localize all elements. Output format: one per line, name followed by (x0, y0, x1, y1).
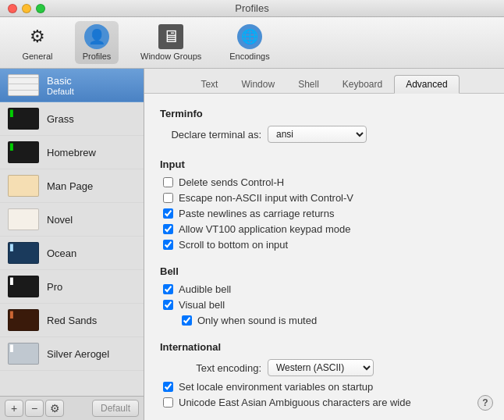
sidebar-thumb-silver-aerogel (8, 343, 39, 365)
sidebar-item-name-pro: Pro (47, 281, 136, 293)
remove-profile-button[interactable]: − (25, 400, 44, 417)
checkbox-allow-vt100[interactable] (163, 224, 173, 234)
profiles-icon: 👤 (84, 24, 109, 49)
checkbox-label-escape-non-ascii: Escape non-ASCII input with Control-V (179, 192, 353, 204)
sidebar-item-name-basic: Basic (47, 75, 136, 87)
sidebar-thumb-man-page (8, 175, 39, 197)
input-checkboxes: Delete sends Control-H Escape non-ASCII … (160, 176, 488, 251)
toolbar-label-profiles: Profiles (83, 52, 112, 61)
international-section-title: International (160, 341, 488, 353)
checkbox-row-allow-vt100: Allow VT100 application keypad mode (160, 223, 488, 235)
tab-advanced[interactable]: Advanced (394, 75, 459, 94)
checkbox-row-visual-bell: Visual bell (160, 299, 488, 311)
declare-terminal-select[interactable]: ansixterm-256colorxterm (268, 126, 367, 143)
toolbar: ⚙ General 👤 Profiles 🖥 Window Groups 🌐 E… (0, 17, 504, 69)
checkbox-row-set-locale: Set locale environment variables on star… (160, 381, 488, 393)
toolbar-label-encodings: Encodings (229, 52, 269, 61)
checkbox-label-unicode-east-asian: Unicode East Asian Ambiguous characters … (179, 397, 411, 408)
maximize-button[interactable] (36, 4, 45, 13)
tab-window[interactable]: Window (229, 75, 286, 94)
sidebar-thumb-grass (8, 108, 39, 130)
sidebar-item-name-grass: Grass (47, 113, 136, 125)
bell-section-title: Bell (160, 265, 488, 277)
terminfo-row: Declare terminal as: ansixterm-256colorx… (160, 126, 488, 143)
bell-checkboxes: Audible bell Visual bell (160, 283, 488, 311)
checkbox-delete-sends-control-h[interactable] (163, 177, 173, 187)
bell-sub-checkboxes: Only when sound is muted (160, 315, 488, 326)
checkbox-row-escape-non-ascii: Escape non-ASCII input with Control-V (160, 192, 488, 204)
minimize-button[interactable] (22, 4, 31, 13)
checkbox-label-set-locale: Set locale environment variables on star… (179, 381, 373, 393)
checkbox-label-visual-bell: Visual bell (179, 299, 225, 311)
sidebar-item-pro[interactable]: Pro (0, 270, 144, 304)
checkbox-label-delete-sends-control-h: Delete sends Control-H (179, 176, 284, 188)
declare-terminal-label: Declare terminal as: (160, 129, 261, 141)
checkbox-label-only-when-muted: Only when sound is muted (197, 315, 317, 326)
tab-keyboard[interactable]: Keyboard (331, 75, 394, 94)
sidebar-item-ocean[interactable]: Ocean (0, 237, 144, 270)
checkbox-row-delete-sends-control-h: Delete sends Control-H (160, 176, 488, 188)
checkbox-row-only-when-muted: Only when sound is muted (160, 315, 488, 326)
checkbox-scroll-bottom[interactable] (163, 240, 173, 250)
sidebar-item-name-silver-aerogel: Silver Aerogel (47, 348, 136, 360)
sidebar-item-novel[interactable]: Novel (0, 203, 144, 237)
sidebar-item-name-homebrew: Homebrew (47, 147, 136, 158)
checkbox-row-scroll-bottom: Scroll to bottom on input (160, 239, 488, 251)
checkbox-paste-newlines[interactable] (163, 208, 173, 219)
panel-body: Terminfo Declare terminal as: ansixterm-… (144, 94, 504, 420)
sidebar-thumb-red-sands (8, 309, 39, 331)
toolbar-item-encodings[interactable]: 🌐 Encodings (223, 21, 275, 64)
sidebar-item-silver-aerogel[interactable]: Silver Aerogel (0, 337, 144, 371)
sidebar-item-name-novel: Novel (47, 214, 136, 226)
sidebar-item-sub-basic: Default (47, 87, 136, 96)
sidebar-item-man-page[interactable]: Man Page (0, 169, 144, 203)
sidebar-thumb-ocean (8, 242, 39, 264)
default-button[interactable]: Default (92, 400, 139, 417)
sidebar-item-basic[interactable]: Basic Default (0, 69, 144, 102)
sidebar-item-red-sands[interactable]: Red Sands (0, 304, 144, 337)
checkbox-set-locale[interactable] (163, 382, 173, 392)
checkbox-visual-bell[interactable] (163, 300, 173, 310)
sidebar-thumb-pro (8, 276, 39, 297)
toolbar-item-profiles[interactable]: 👤 Profiles (75, 21, 119, 64)
toolbar-item-general[interactable]: ⚙ General (16, 21, 59, 64)
checkbox-label-audible-bell: Audible bell (179, 283, 231, 295)
window-groups-icon: 🖥 (158, 24, 183, 49)
checkbox-audible-bell[interactable] (163, 284, 173, 294)
detail-panel: TextWindowShellKeyboardAdvanced Terminfo… (144, 69, 504, 420)
sidebar-item-homebrew[interactable]: Homebrew (0, 136, 144, 169)
add-profile-button[interactable]: + (5, 400, 23, 417)
encoding-label: Text encoding: (160, 362, 261, 374)
detail-inner: TextWindowShellKeyboardAdvanced Terminfo… (144, 69, 504, 420)
international-checkboxes: Set locale environment variables on star… (160, 381, 488, 408)
toolbar-item-window-groups[interactable]: 🖥 Window Groups (134, 21, 208, 64)
sidebar-item-grass[interactable]: Grass (0, 102, 144, 136)
sidebar-footer: + − ⚙ Default (0, 396, 144, 420)
toolbar-label-general: General (22, 52, 52, 61)
checkbox-label-scroll-bottom: Scroll to bottom on input (179, 239, 288, 251)
encoding-select[interactable]: Western (ASCII)Unicode (UTF-8)Japanese (… (268, 359, 374, 376)
checkbox-escape-non-ascii[interactable] (163, 193, 173, 203)
sidebar-thumb-homebrew (8, 141, 39, 163)
help-button[interactable]: ? (477, 395, 493, 411)
sidebar: Basic Default Grass Homebrew Man Page No… (0, 69, 144, 420)
sidebar-item-name-red-sands: Red Sands (47, 315, 136, 326)
window-controls (8, 4, 45, 13)
close-button[interactable] (8, 4, 17, 13)
terminfo-section-title: Terminfo (160, 108, 488, 119)
main-content: Basic Default Grass Homebrew Man Page No… (0, 69, 504, 420)
general-icon: ⚙ (25, 24, 50, 49)
checkbox-unicode-east-asian[interactable] (163, 397, 173, 408)
action-menu-button[interactable]: ⚙ (45, 400, 64, 417)
checkbox-label-allow-vt100: Allow VT100 application keypad mode (179, 223, 350, 235)
checkbox-only-when-muted[interactable] (182, 315, 192, 326)
sidebar-item-name-ocean: Ocean (47, 247, 136, 259)
checkbox-row-paste-newlines: Paste newlines as carriage returns (160, 208, 488, 219)
profile-list: Basic Default Grass Homebrew Man Page No… (0, 69, 144, 396)
toolbar-label-window-groups: Window Groups (140, 52, 201, 61)
titlebar: Profiles (0, 0, 504, 17)
tab-shell[interactable]: Shell (286, 75, 331, 94)
checkbox-row-unicode-east-asian: Unicode East Asian Ambiguous characters … (160, 397, 488, 408)
tab-text[interactable]: Text (189, 75, 229, 94)
encoding-row: Text encoding: Western (ASCII)Unicode (U… (160, 359, 488, 376)
